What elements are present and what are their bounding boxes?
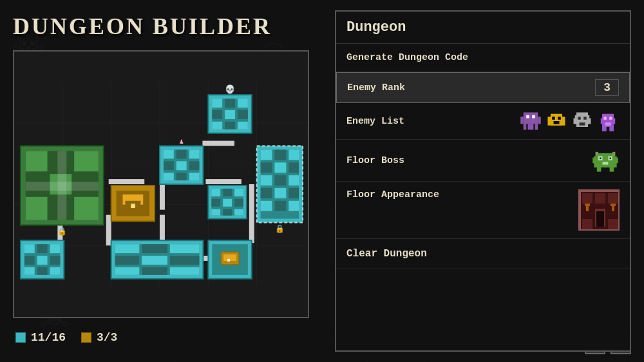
svg-rect-56 <box>26 182 99 191</box>
svg-rect-123 <box>524 124 527 130</box>
svg-rect-120 <box>524 113 538 124</box>
room-bottom-chest: ■ <box>208 240 251 278</box>
svg-rect-149 <box>602 127 607 131</box>
svg-rect-23 <box>225 99 235 108</box>
svg-rect-154 <box>615 158 618 164</box>
svg-rect-121 <box>526 115 529 119</box>
svg-rect-71 <box>211 209 220 216</box>
floor-boss-label: Floor Boss <box>346 155 591 166</box>
svg-rect-152 <box>594 156 616 167</box>
svg-rect-133 <box>554 121 560 124</box>
svg-rect-163 <box>612 152 615 157</box>
svg-rect-39 <box>189 161 200 170</box>
svg-rect-175 <box>586 206 589 211</box>
clear-dungeon-row[interactable]: Clear Dungeon <box>336 239 630 269</box>
chest-stat: 3/3 <box>81 331 117 344</box>
svg-rect-168 <box>595 209 596 227</box>
svg-rect-68 <box>211 199 220 207</box>
svg-rect-79 <box>261 162 272 173</box>
svg-rect-73 <box>234 209 243 216</box>
room-bottom-left <box>21 240 64 278</box>
main-container: DUNGEON BUILDER <box>0 0 644 362</box>
floor-appearance-label: Floor Appearance <box>346 189 578 200</box>
svg-rect-127 <box>538 117 541 124</box>
svg-rect-124 <box>528 124 534 130</box>
floor-thumbnail <box>578 189 620 231</box>
svg-rect-139 <box>580 122 585 126</box>
floor-boss-row[interactable]: Floor Boss <box>336 140 630 182</box>
svg-rect-98 <box>37 256 48 265</box>
enemy-sprite-2 <box>545 110 568 133</box>
enemy-list-row[interactable]: Enemy List <box>336 103 630 140</box>
svg-rect-146 <box>601 119 604 124</box>
svg-rect-48 <box>74 151 99 171</box>
svg-rect-145 <box>609 117 612 120</box>
stats-bar: 11/16 3/3 <box>13 326 309 349</box>
svg-rect-150 <box>609 127 614 131</box>
svg-rect-109 <box>142 256 167 265</box>
svg-rect-14 <box>106 215 111 246</box>
svg-rect-167 <box>595 209 605 211</box>
svg-rect-169 <box>604 209 605 227</box>
svg-rect-37 <box>164 161 174 170</box>
svg-rect-112 <box>142 267 167 275</box>
svg-rect-108 <box>115 256 140 265</box>
svg-rect-22 <box>212 99 222 108</box>
svg-rect-156 <box>600 158 601 159</box>
svg-rect-77 <box>274 149 286 160</box>
svg-rect-105 <box>115 244 140 253</box>
svg-rect-35 <box>176 149 187 158</box>
svg-rect-176 <box>612 206 614 211</box>
svg-rect-82 <box>261 175 272 186</box>
svg-rect-70 <box>234 199 243 207</box>
enemy-rank-row[interactable]: Enemy Rank 3 <box>336 72 630 103</box>
floor-appearance-row[interactable]: Floor Appearance <box>336 182 630 239</box>
svg-rect-178 <box>611 204 616 206</box>
enemy-list-label: Enemy List <box>346 116 519 127</box>
chest-icon <box>81 332 91 343</box>
svg-rect-40 <box>164 173 174 180</box>
enemy-rank-value: 3 <box>595 79 619 96</box>
svg-rect-66 <box>223 189 232 196</box>
svg-rect-27 <box>238 110 248 119</box>
svg-rect-81 <box>289 162 299 173</box>
svg-rect-162 <box>596 152 598 157</box>
svg-rect-84 <box>289 175 299 186</box>
room-big-green: 🔒 <box>21 146 104 237</box>
enemy-sprite-4 <box>596 110 620 133</box>
svg-rect-17 <box>249 184 254 243</box>
svg-rect-26 <box>225 110 235 119</box>
svg-rect-78 <box>289 149 299 160</box>
svg-rect-126 <box>520 117 524 124</box>
svg-rect-161 <box>610 167 614 172</box>
svg-rect-42 <box>189 173 200 180</box>
svg-rect-137 <box>578 117 581 120</box>
svg-rect-95 <box>37 244 48 253</box>
svg-rect-171 <box>595 193 605 204</box>
generate-dungeon-row[interactable]: Generate Dungeon Code <box>336 44 630 72</box>
svg-rect-170 <box>582 193 592 204</box>
generate-dungeon-label: Generate Dungeon Code <box>346 52 620 63</box>
svg-rect-72 <box>223 209 232 216</box>
svg-rect-173 <box>582 219 592 229</box>
room-icon <box>15 332 26 343</box>
enemy-sprites <box>519 110 620 133</box>
room-stat: 11/16 <box>15 331 66 344</box>
svg-rect-76 <box>261 149 272 160</box>
room-mid-right <box>208 186 246 219</box>
dungeon-map-svg: 💀 <box>14 52 308 317</box>
dungeon-map-container: 💀 <box>13 50 309 318</box>
svg-rect-100 <box>24 267 35 275</box>
room-count: 11/16 <box>31 331 66 344</box>
chest-count: 3/3 <box>97 331 117 344</box>
svg-text:🔒: 🔒 <box>57 226 67 236</box>
svg-rect-30 <box>238 122 248 129</box>
svg-rect-25 <box>212 110 222 119</box>
svg-rect-96 <box>50 244 61 253</box>
svg-rect-131 <box>552 117 555 120</box>
enemy-sprite-3 <box>571 110 594 133</box>
room-chest-1: ■ <box>111 186 155 222</box>
svg-rect-94 <box>24 244 35 253</box>
svg-rect-65 <box>211 189 220 196</box>
svg-rect-99 <box>50 256 61 265</box>
